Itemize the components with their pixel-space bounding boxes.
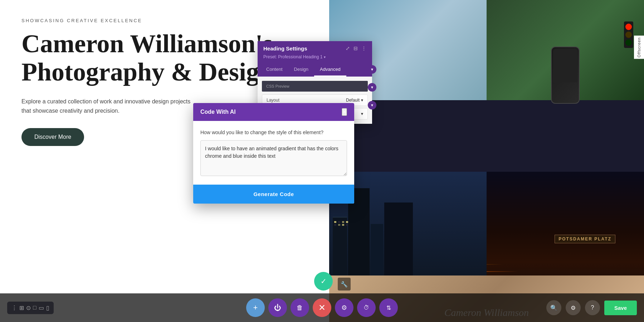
panel-text-preview: CSS Preview <box>262 81 368 92</box>
traffic-light-box <box>624 21 633 48</box>
save-button[interactable]: Save <box>604 301 637 315</box>
search-button[interactable]: 🔍 <box>546 300 561 315</box>
row-1-value: Default <box>346 98 360 103</box>
panel-title: Heading Settings <box>263 45 307 52</box>
dots-icon[interactable]: ⋮ <box>11 304 17 311</box>
offscreen-label: Offscreen <box>634 36 644 59</box>
top-landscape-photo: Offscreen <box>329 0 644 100</box>
row-1-dropdown[interactable]: Default ▾ <box>346 98 363 103</box>
tab-content[interactable]: Content <box>260 63 288 77</box>
toolbar-center: + ⏻ 🗑 ✕ ⚙ ⏱ ⇅ <box>246 298 398 317</box>
tab-advanced[interactable]: Advanced <box>314 63 346 77</box>
panel-tabs: Content Design Advanced <box>258 63 372 77</box>
element-settings-button[interactable]: ⚙ <box>335 298 353 317</box>
scroll-arrow-2[interactable]: ▾ <box>368 83 376 92</box>
left-tools: ⋮ ⊞ ⊙ □ ▭ ▯ <box>7 302 54 314</box>
teal-icon: ✓ <box>321 277 327 286</box>
desktop-icon[interactable]: □ <box>33 304 36 311</box>
showcasing-label: SHOWCASING CREATIVE EXCELLENCE <box>21 18 308 23</box>
modal-close-button[interactable]: × <box>342 108 347 116</box>
help-button[interactable]: ? <box>585 300 600 315</box>
panel-header: Heading Settings ⤢ ⊟ ⋮ <box>258 41 372 54</box>
traffic-light-green <box>625 39 632 46</box>
panel-preset-bar: Preset: Professional Heading 1 ▾ <box>258 54 372 63</box>
modal-question-label: How would you like to change the style o… <box>200 130 347 135</box>
ai-prompt-textarea[interactable] <box>200 140 347 176</box>
scroll-arrow-3[interactable]: ▾ <box>368 101 376 109</box>
tablet-icon[interactable]: ▭ <box>39 304 44 311</box>
preset-label: Preset: Professional Heading 1 <box>263 54 322 59</box>
power-button[interactable]: ⏻ <box>268 298 287 317</box>
row-2-dropdown[interactable]: ▾ <box>361 111 363 116</box>
discover-more-button[interactable]: Discover More <box>21 128 84 146</box>
add-element-button[interactable]: + <box>246 298 265 317</box>
grid-icon[interactable]: ⊞ <box>19 304 24 311</box>
modal-body: How would you like to change the style o… <box>193 121 354 177</box>
preview-label: CSS Preview <box>266 84 289 88</box>
traffic-light-yellow <box>625 31 632 38</box>
panel-header-icons: ⤢ ⊟ ⋮ <box>346 45 366 52</box>
right-photo-area: Offscreen <box>329 0 644 322</box>
history-button[interactable]: ⏱ <box>357 298 376 317</box>
row-1-label: Layout <box>267 98 279 103</box>
maximize-icon[interactable]: ⤢ <box>346 45 350 52</box>
code-with-ai-modal: Code With AI × How would you like to cha… <box>193 103 354 204</box>
bottom-toolbar: ⋮ ⊞ ⊙ □ ▭ ▯ + ⏻ 🗑 ✕ ⚙ ⏱ ⇅ 🔍 ⚙ ? Save <box>0 293 644 322</box>
split-icon[interactable]: ⊟ <box>353 45 358 52</box>
more-options-icon[interactable]: ⋮ <box>361 45 366 52</box>
scroll-arrow-1[interactable]: ▾ <box>368 65 376 74</box>
teal-circle[interactable]: ✓ <box>314 272 333 291</box>
generate-code-button[interactable]: Generate Code <box>193 185 354 204</box>
search-tool-icon[interactable]: ⊙ <box>26 304 31 311</box>
settings-button[interactable]: ⚙ <box>566 300 581 315</box>
toolbar-right: 🔍 ⚙ ? Save <box>546 300 637 315</box>
modal-footer: Generate Code <box>193 185 354 204</box>
row-2-chevron: ▾ <box>361 111 363 116</box>
mobile-icon[interactable]: ▯ <box>46 304 49 311</box>
adjust-button[interactable]: ⇅ <box>379 298 398 317</box>
traffic-light-red <box>625 24 632 30</box>
preset-dropdown-icon[interactable]: ▾ <box>324 55 326 59</box>
tab-design[interactable]: Design <box>288 63 314 77</box>
city-sign: POTSDAMER PLATZ <box>555 235 615 243</box>
phone-mockup <box>551 47 580 104</box>
row-1-chevron: ▾ <box>361 98 363 103</box>
wrench-icon: 🔧 <box>341 281 348 288</box>
delete-button[interactable]: 🗑 <box>291 298 309 317</box>
traffic-light <box>624 21 633 48</box>
wrench-button[interactable]: 🔧 <box>338 278 351 291</box>
modal-title: Code With AI <box>200 109 236 115</box>
close-element-button[interactable]: ✕ <box>313 298 331 317</box>
modal-header: Code With AI × <box>193 103 354 121</box>
description-text: Explore a curated collection of work and… <box>21 97 200 115</box>
